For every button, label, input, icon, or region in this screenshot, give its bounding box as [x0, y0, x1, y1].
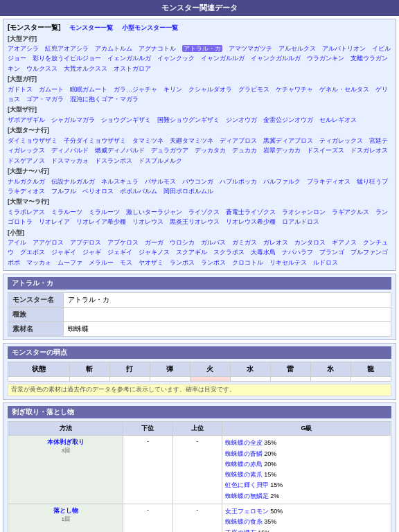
page-container: モンスター関連データ [モンスター一覧] モンスター一覧 小型モンスター一覧 […	[0, 0, 399, 532]
col-water: 水	[230, 362, 270, 377]
category-small: [小型]	[8, 229, 391, 238]
thunder-value	[270, 377, 310, 382]
lower-body-peel: -	[123, 436, 172, 504]
monsters-ta: ダイミョウザザミ 子分ダイミョウザザミ タマミツネ 天廻タマミツネ ディアブロス…	[8, 136, 391, 166]
page-header: モンスター関連データ	[0, 0, 399, 16]
col-fire: 火	[190, 362, 230, 377]
upper-body-peel: -	[172, 436, 222, 504]
info-section-header: アトラル・カ	[8, 277, 391, 290]
weakness-data-row	[8, 377, 391, 382]
lower-drop: -	[123, 504, 172, 532]
dragon-value	[351, 377, 391, 382]
weakness-note: 背景が黄色の素材は過去作のデータを参考に表示しています。確率は目安です。	[8, 384, 391, 396]
category-za: [大型ザ行]	[8, 105, 391, 115]
monster-info-section: アトラル・カ モンスター名 アトラル・カ 種族 素材名 蜘蛛蝶	[3, 274, 396, 340]
info-value-species	[64, 308, 391, 322]
table-row: 本体剥ぎ取り 3回 - - 蜘蛛蝶の全皮 35% 蜘蛛蝶の蒼鱗 20% 蜘蛛蝶の…	[8, 436, 391, 504]
weakness-table: 状態 斬 打 弾 火 水 雷 氷 龍	[8, 362, 391, 382]
info-label-material: 素材名	[8, 322, 64, 337]
monsters-sa: アオアシラ 紅兜アオアシラ アカムトルム アグナコトル アトラル・カ アマツマガ…	[8, 44, 391, 73]
table-row: 種族	[8, 308, 391, 322]
g-drop: 女王フェロモン 50% 蜘蛛蝶の食糸 35% 玉座の樽石 15%	[222, 504, 391, 532]
g-body-peel: 蜘蛛蝶の全皮 35% 蜘蛛蝶の蒼鱗 20% 蜘蛛蝶の赤鳥 20% 蜘蛛蝶の素爪 …	[222, 436, 391, 504]
drop-table: 方法 下位 上位 G級 本体剥ぎ取り 3回 - -	[8, 421, 391, 532]
utsu-value	[109, 377, 150, 382]
link-small-monster-list[interactable]: 小型モンスター一覧	[122, 24, 178, 31]
monster-list-title: [モンスター一覧] モンスター一覧 小型モンスター一覧	[8, 22, 391, 33]
monsters-za: ザボアザギル シャガルマガラ ショウグンギザミ 国難ショウグンギザミ ジンオウガ…	[8, 115, 391, 125]
monsters-ma: ミラボレアス ミラルーツ ミラルーツ 激しいターラジャン ライゾクス 蒼電士ライ…	[8, 207, 391, 227]
col-g-rank: G級	[222, 422, 391, 436]
method-body-peel: 本体剥ぎ取り 3回	[8, 436, 123, 504]
ice-value	[310, 377, 351, 382]
state-value	[8, 377, 70, 382]
table-row: モンスター名 アトラル・カ	[8, 293, 391, 308]
col-thunder: 雷	[270, 362, 310, 377]
col-state: 状態	[8, 362, 70, 377]
table-row: 素材名 蜘蛛蝶	[8, 322, 391, 337]
info-value-material: 蜘蛛蝶	[64, 322, 391, 337]
kiru-value	[69, 377, 109, 382]
category-ma: [大型マ〜ラ行]	[8, 197, 391, 207]
info-label-species: 種族	[8, 308, 64, 322]
fire-value	[190, 377, 230, 382]
info-label-name: モンスター名	[8, 293, 64, 308]
col-kiru: 斬	[69, 362, 109, 377]
page-title: モンスター関連データ	[161, 3, 238, 12]
monsters-na: ナルガクルガ 伝設ナルガルガ ネルスキュラ バサルモス バウコンガ ハブルポッカ…	[8, 177, 391, 197]
col-upper: 上位	[172, 422, 222, 436]
category-ga: [大型ガ行]	[8, 75, 391, 85]
drop-header-row: 方法 下位 上位 G級	[8, 422, 391, 436]
category-sa: [大型ア行]	[8, 35, 391, 44]
drop-section-header: 剥ぎ取り・落とし物	[8, 406, 391, 418]
category-ta: [大型タ〜ナ行]	[8, 126, 391, 136]
water-value	[230, 377, 270, 382]
monsters-small: アイル アアゲロス アプデロス アプケロス ガーガ ウロシカ ガルバス ガミガス…	[8, 238, 391, 267]
upper-drop: -	[172, 504, 222, 532]
table-row: 落とし物 1回 - - 女王フェロモン 50% 蜘蛛蝶の食糸 35% 玉座の樽石…	[8, 504, 391, 532]
weakness-section: モンスターの弱点 状態 斬 打 弾 火 水 雷 氷 龍	[3, 343, 396, 400]
monster-list-section: [モンスター一覧] モンスター一覧 小型モンスター一覧 [大型ア行] アオアシラ…	[3, 19, 396, 271]
col-lower: 下位	[123, 422, 172, 436]
col-method: 方法	[8, 422, 123, 436]
col-tama: 弾	[150, 362, 190, 377]
weakness-section-header: モンスターの弱点	[8, 346, 391, 359]
link-monster-list[interactable]: モンスター一覧	[69, 24, 113, 31]
tama-value	[150, 377, 190, 382]
category-na: [大型ナ〜ハ行]	[8, 167, 391, 177]
col-dragon: 龍	[351, 362, 391, 377]
info-table: モンスター名 アトラル・カ 種族 素材名 蜘蛛蝶	[8, 292, 391, 337]
method-drop: 落とし物 1回	[8, 504, 123, 532]
col-utsu: 打	[109, 362, 150, 377]
col-ice: 氷	[310, 362, 351, 377]
weakness-header-row: 状態 斬 打 弾 火 水 雷 氷 龍	[8, 362, 391, 377]
highlighted-monster: アトラル・カ	[182, 45, 222, 52]
monsters-ga: ガドトス ガムート 眠眠ガムート ガラ…ジャチャ キリン クシャルダオラ グラビ…	[8, 85, 391, 105]
drop-section: 剥ぎ取り・落とし物 方法 下位 上位 G級 本体剥ぎ取り 3回 -	[3, 402, 396, 532]
info-value-name: アトラル・カ	[64, 293, 391, 308]
